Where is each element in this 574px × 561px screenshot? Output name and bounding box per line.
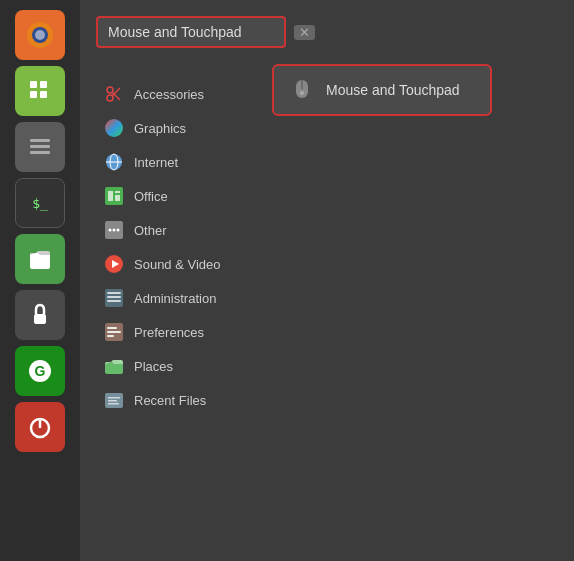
grammarly-icon[interactable]: G	[15, 346, 65, 396]
power-icon[interactable]	[15, 402, 65, 452]
svg-rect-44	[108, 397, 120, 399]
svg-point-49	[300, 91, 304, 95]
category-item-places[interactable]: Places	[96, 350, 256, 382]
category-item-administration[interactable]: Administration	[96, 282, 256, 314]
lock-icon[interactable]	[15, 290, 65, 340]
internet-icon	[104, 152, 124, 172]
svg-rect-46	[108, 403, 119, 405]
svg-rect-26	[115, 195, 120, 201]
svg-rect-11	[34, 314, 46, 324]
category-item-sound-video[interactable]: Sound & Video	[96, 248, 256, 280]
category-item-preferences[interactable]: Preferences	[96, 316, 256, 348]
category-label-office: Office	[134, 189, 168, 204]
other-icon	[104, 220, 124, 240]
category-label-recent-files: Recent Files	[134, 393, 206, 408]
svg-rect-41	[107, 335, 114, 337]
accessories-icon	[104, 84, 124, 104]
svg-rect-39	[107, 327, 117, 329]
category-header	[96, 64, 256, 72]
main-content: ✕ AccessoriesGraphicsInternetOfficeOther…	[80, 0, 574, 561]
category-item-other[interactable]: Other	[96, 214, 256, 246]
svg-rect-7	[30, 139, 50, 142]
administration-icon	[104, 288, 124, 308]
sidebar: $_G	[0, 0, 80, 561]
category-item-recent-files[interactable]: Recent Files	[96, 384, 256, 416]
category-item-internet[interactable]: Internet	[96, 146, 256, 178]
files-icon[interactable]	[15, 234, 65, 284]
search-input-wrapper	[96, 16, 286, 48]
category-label-places: Places	[134, 359, 173, 374]
clear-button[interactable]: ✕	[294, 25, 315, 40]
graphics-icon	[104, 118, 124, 138]
preferences-icon	[104, 322, 124, 342]
svg-rect-8	[30, 145, 50, 148]
places-icon	[104, 356, 124, 376]
svg-point-31	[117, 229, 120, 232]
svg-point-20	[105, 119, 123, 137]
category-list: AccessoriesGraphicsInternetOfficeOtherSo…	[96, 64, 256, 545]
search-input[interactable]	[108, 24, 268, 40]
svg-rect-3	[30, 81, 37, 88]
terminal-icon[interactable]: $_	[15, 178, 65, 228]
svg-point-30	[113, 229, 116, 232]
category-item-graphics[interactable]: Graphics	[96, 112, 256, 144]
category-item-accessories[interactable]: Accessories	[96, 78, 256, 110]
svg-rect-45	[108, 400, 117, 402]
sound-video-icon	[104, 254, 124, 274]
mouse-and-touchpad-icon	[288, 76, 316, 104]
category-label-accessories: Accessories	[134, 87, 204, 102]
svg-rect-35	[107, 292, 121, 294]
category-item-office[interactable]: Office	[96, 180, 256, 212]
svg-rect-10	[30, 253, 50, 269]
svg-rect-9	[30, 151, 50, 154]
content-area: AccessoriesGraphicsInternetOfficeOtherSo…	[96, 64, 558, 545]
category-label-graphics: Graphics	[134, 121, 186, 136]
svg-point-2	[35, 30, 45, 40]
svg-rect-5	[30, 91, 37, 98]
svg-rect-25	[108, 191, 113, 201]
results-area: Mouse and Touchpad	[272, 64, 558, 545]
category-label-preferences: Preferences	[134, 325, 204, 340]
category-label-sound-video: Sound & Video	[134, 257, 221, 272]
svg-rect-24	[105, 187, 123, 205]
svg-rect-40	[107, 331, 121, 333]
unity-icon[interactable]	[15, 122, 65, 172]
search-bar: ✕	[96, 16, 558, 48]
svg-rect-6	[40, 91, 47, 98]
svg-rect-27	[115, 191, 120, 193]
svg-rect-36	[107, 296, 121, 298]
svg-rect-4	[40, 81, 47, 88]
recent-files-icon	[104, 390, 124, 410]
result-item-mouse-and-touchpad[interactable]: Mouse and Touchpad	[272, 64, 492, 116]
firefox-icon[interactable]	[15, 10, 65, 60]
app-grid-icon[interactable]	[15, 66, 65, 116]
result-label-mouse-and-touchpad: Mouse and Touchpad	[326, 82, 460, 98]
category-label-administration: Administration	[134, 291, 216, 306]
svg-point-29	[109, 229, 112, 232]
office-icon	[104, 186, 124, 206]
category-label-other: Other	[134, 223, 167, 238]
category-label-internet: Internet	[134, 155, 178, 170]
svg-text:G: G	[35, 363, 46, 379]
svg-rect-37	[107, 300, 121, 302]
